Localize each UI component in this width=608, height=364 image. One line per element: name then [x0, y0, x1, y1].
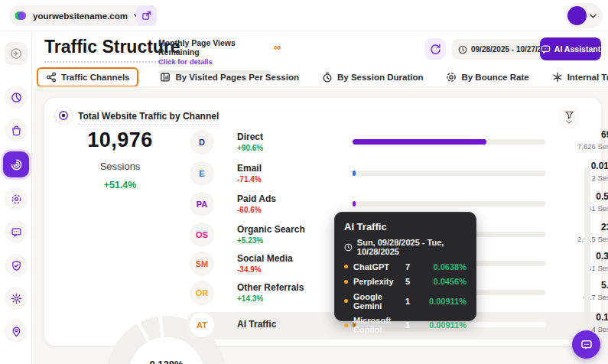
- channel-percent: 0.556%: [543, 191, 608, 202]
- channel-change: -71.4%: [237, 175, 262, 184]
- channel-bar-fill: [353, 201, 356, 206]
- channel-sessions: 2 Sessions: [543, 174, 608, 182]
- stopwatch-icon: [322, 72, 333, 83]
- pie-chart-icon: [11, 92, 22, 103]
- channel-bar-fill: [353, 171, 356, 176]
- internal-asterisk-icon: [552, 72, 563, 83]
- channel-sessions: 61 Sessions: [543, 204, 608, 213]
- external-link-button[interactable]: [136, 5, 157, 26]
- traffic-by-channel-card: Total Website Traffic by Channel 10,976 …: [44, 98, 601, 346]
- sidebar-item-audience[interactable]: [5, 187, 28, 210]
- channel-change: -60.6%: [237, 206, 262, 214]
- channel-bar-track: [353, 171, 545, 176]
- quota-details-link[interactable]: Click for details: [158, 57, 271, 66]
- channel-sessions: 41 Sessions: [543, 264, 608, 272]
- card-title: Total Website Traffic by Channel: [78, 111, 219, 125]
- tooltip-source-name: Microsoft Copilot: [353, 316, 405, 334]
- clock-icon: [458, 45, 467, 54]
- sidebar-item-settings[interactable]: [5, 287, 28, 310]
- tab-label: Traffic Channels: [61, 73, 129, 82]
- sidebar-item-orders[interactable]: [5, 119, 28, 141]
- channel-sessions: 617 Sessions: [543, 293, 608, 301]
- ai-traffic-tooltip: AI Traffic Sun, 09/28/2025 - Tue, 10/28/…: [334, 212, 476, 321]
- tab-session-duration[interactable]: By Session Duration: [320, 67, 424, 87]
- tooltip-row-microsoft-copilot: Microsoft Copilot 1 0.00911%: [344, 316, 467, 334]
- tooltip-source-count: 5: [405, 277, 422, 286]
- sidebar: [0, 31, 32, 364]
- infinity-icon: ∞: [274, 41, 281, 53]
- channel-name: Social Media: [237, 253, 293, 264]
- tooltip-row-chatgpt: ChatGPT 7 0.0638%: [344, 262, 467, 271]
- channel-bar-fill: [353, 139, 486, 145]
- channel-change: +90.6%: [237, 144, 263, 152]
- channel-row-direct[interactable]: D Direct +90.6% 69.5% 7,626 Sessions: [190, 127, 608, 158]
- gear-icon: [11, 293, 22, 304]
- sidebar-item-overview[interactable]: [5, 86, 28, 109]
- channel-sessions: 14 Sessions: [543, 325, 608, 333]
- chat-bubble-icon: [541, 44, 551, 54]
- donut-center: 0.128% AI Traffic: [128, 337, 204, 364]
- tooltip-source-name: Google Gemini: [353, 292, 405, 310]
- bullet-icon: [344, 299, 348, 303]
- person-pin-icon: [11, 326, 22, 337]
- chat-bubble-icon: [580, 339, 593, 351]
- tab-label: By Bounce Rate: [461, 73, 528, 82]
- channel-badge: D: [190, 130, 214, 154]
- sidebar-item-location[interactable]: [5, 320, 28, 343]
- tooltip-source-name: Perplexity: [353, 277, 405, 286]
- support-chat-button[interactable]: [572, 330, 600, 359]
- sidebar-item-traffic-structure[interactable]: [3, 151, 29, 177]
- tooltip-source-count: 1: [405, 320, 422, 330]
- chat-square-icon: [11, 226, 22, 238]
- channel-name: Paid Ads: [237, 193, 276, 204]
- quota-label: Monthly Page Views Remaining: [158, 38, 271, 57]
- user-menu[interactable]: [564, 3, 603, 28]
- tab-label: Internal Traffic: [567, 73, 608, 82]
- filter-button[interactable]: [559, 106, 579, 128]
- topbar: yourwebsitename.com: [0, 0, 608, 31]
- external-link-icon: [141, 11, 151, 21]
- channel-percent: 0.0182%: [543, 161, 608, 171]
- donut-center-percent: 0.128%: [149, 359, 183, 364]
- card-title-icon: [55, 107, 72, 124]
- tab-visited-pages[interactable]: By Visited Pages Per Session: [158, 67, 301, 87]
- app-root: yourwebsitename.com: [0, 0, 608, 364]
- tab-bounce-rate[interactable]: By Bounce Rate: [444, 67, 530, 87]
- sidebar-item-chat[interactable]: [5, 220, 28, 243]
- bounce-target-icon: [446, 72, 457, 83]
- shield-check-icon: [11, 260, 22, 271]
- tab-traffic-channels[interactable]: Traffic Channels: [37, 67, 138, 87]
- channel-badge: SM: [190, 252, 214, 276]
- channel-badge: E: [190, 161, 214, 186]
- total-sessions-label: Sessions: [44, 161, 196, 172]
- channel-percent: 5.62%: [543, 280, 608, 291]
- tooltip-source-percent: 0.0638%: [422, 262, 467, 271]
- channel-bar-track: [353, 139, 545, 145]
- tab-label: By Visited Pages Per Session: [175, 73, 299, 82]
- ai-assistant-label: AI Assistant: [554, 44, 600, 54]
- domain-selector[interactable]: yourwebsitename.com: [9, 5, 151, 26]
- tab-label: By Session Duration: [337, 73, 423, 82]
- total-sessions-value: 10,976: [44, 128, 196, 152]
- tooltip-source-percent: 0.00911%: [422, 297, 467, 306]
- clock-icon: [344, 242, 353, 252]
- domain-name: yourwebsitename.com: [33, 11, 128, 21]
- channel-name: Direct: [237, 132, 263, 142]
- tooltip-source-percent: 0.00911%: [422, 320, 467, 330]
- total-sessions-change: +51.4%: [44, 180, 196, 190]
- channel-change: +14.3%: [237, 294, 263, 303]
- radar-traffic-icon: [10, 158, 23, 171]
- tooltip-row-google-gemini: Google Gemini 1 0.00911%: [344, 292, 467, 310]
- collapse-arrow-icon: [10, 47, 22, 60]
- bullet-icon: [344, 323, 348, 327]
- target-audience-icon: [11, 193, 22, 205]
- ai-assistant-button[interactable]: AI Assistant: [540, 37, 601, 60]
- sidebar-collapse-button[interactable]: [5, 42, 28, 65]
- refresh-button[interactable]: [424, 38, 446, 60]
- channel-row-email[interactable]: E Email -71.4% 0.0182% 2 Sessions: [190, 158, 608, 189]
- sidebar-item-security[interactable]: [5, 254, 28, 277]
- channel-change: -34.9%: [237, 265, 262, 274]
- tab-internal-traffic[interactable]: Internal Traffic: [551, 67, 608, 87]
- channel-name: AI Traffic: [237, 319, 276, 330]
- card-scrollbar[interactable]: [584, 167, 590, 339]
